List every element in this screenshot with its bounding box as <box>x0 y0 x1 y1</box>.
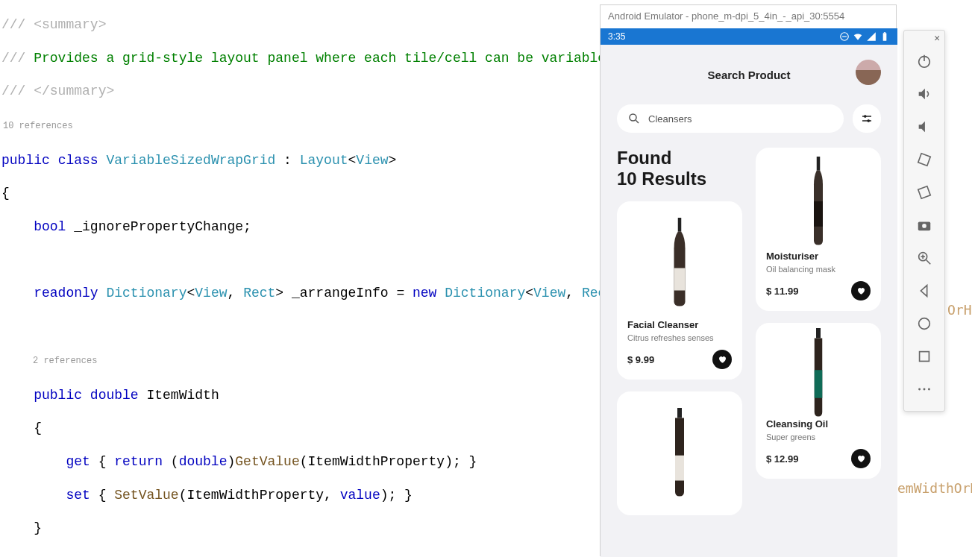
svg-rect-13 <box>675 456 684 481</box>
page-title: Search Product <box>708 69 791 81</box>
svg-rect-16 <box>816 328 821 339</box>
svg-point-31 <box>924 388 926 391</box>
overview-icon[interactable] <box>916 348 932 365</box>
svg-rect-29 <box>920 352 929 362</box>
product-price: $ 9.99 <box>627 354 654 365</box>
signal-icon <box>866 31 877 42</box>
heart-icon <box>856 286 865 295</box>
heart-icon <box>856 454 865 463</box>
camera-icon[interactable] <box>916 217 932 233</box>
search-input[interactable]: Cleansers <box>617 104 844 133</box>
zoom-icon[interactable] <box>916 250 932 266</box>
back-icon[interactable] <box>916 283 932 299</box>
wifi-icon <box>853 31 863 42</box>
volume-down-icon[interactable] <box>916 119 932 135</box>
svg-point-23 <box>921 223 926 228</box>
svg-rect-17 <box>815 370 823 398</box>
product-desc: Citrus refreshes senses <box>627 333 732 342</box>
emulator-title: Android Emulator - phone_m-dpi_5_4in_-_a… <box>601 5 896 28</box>
favorite-button[interactable] <box>712 350 732 369</box>
product-desc: Super greens <box>766 432 871 441</box>
product-card[interactable]: Facial Cleanser Citrus refreshes senses … <box>617 201 742 380</box>
volume-up-icon[interactable] <box>916 86 932 102</box>
emulator-toolbar: ✕ <box>903 30 945 412</box>
product-desc: Oil balancing mask <box>766 265 871 274</box>
product-card[interactable] <box>617 391 742 515</box>
background-code-fragment: OrHe <box>947 302 972 318</box>
product-price: $ 12.99 <box>766 453 798 465</box>
filter-button[interactable] <box>853 104 881 133</box>
xml-summary-open: <summary> <box>34 17 106 32</box>
search-value: Cleansers <box>648 113 692 125</box>
product-image <box>627 210 732 315</box>
filter-icon <box>860 112 874 125</box>
battery-icon <box>879 31 890 42</box>
rotate-right-icon[interactable] <box>916 184 932 201</box>
svg-rect-2 <box>883 33 887 41</box>
results-count: Found 10 Results <box>617 148 742 189</box>
product-card[interactable]: Cleansing Oil Super greens $ 12.99 <box>756 323 881 479</box>
doc-comment: Provides a grid-style layout panel where… <box>34 51 646 66</box>
xml-doc: /// <box>1 51 34 66</box>
power-icon[interactable] <box>916 53 932 69</box>
avatar[interactable] <box>856 60 881 85</box>
svg-point-8 <box>864 116 866 118</box>
svg-rect-10 <box>678 218 682 232</box>
product-image <box>766 157 871 246</box>
svg-rect-20 <box>918 154 930 166</box>
status-time: 3:35 <box>608 31 625 42</box>
svg-rect-21 <box>918 186 930 198</box>
search-icon <box>627 112 641 125</box>
xml-doc: /// <box>1 17 34 32</box>
home-icon[interactable] <box>916 315 932 332</box>
svg-rect-12 <box>677 408 682 418</box>
product-image <box>627 400 732 505</box>
product-name: Moisturiser <box>766 251 871 262</box>
dnd-icon <box>839 31 850 42</box>
rotate-left-icon[interactable] <box>916 151 932 168</box>
product-image <box>766 332 871 414</box>
favorite-button[interactable] <box>851 281 871 301</box>
product-name: Facial Cleanser <box>627 319 732 330</box>
favorite-button[interactable] <box>851 449 871 468</box>
svg-line-25 <box>926 260 931 265</box>
close-button[interactable]: ✕ <box>934 32 940 44</box>
svg-point-28 <box>919 318 930 330</box>
svg-rect-15 <box>814 201 823 227</box>
svg-point-32 <box>928 388 930 391</box>
product-price: $ 11.99 <box>766 286 798 297</box>
android-statusbar: 3:35 <box>601 28 897 45</box>
svg-point-9 <box>868 120 870 122</box>
more-icon[interactable] <box>916 381 932 397</box>
product-card[interactable]: Moisturiser Oil balancing mask $ 11.99 <box>756 148 881 311</box>
svg-point-4 <box>630 114 636 121</box>
device-screen[interactable]: 3:35 Search Product Cleansers <box>601 28 897 557</box>
svg-line-5 <box>636 120 639 123</box>
svg-rect-3 <box>884 32 885 33</box>
svg-rect-11 <box>674 268 686 291</box>
heart-icon <box>718 355 727 364</box>
emulator-window: Android Emulator - phone_m-dpi_5_4in_-_a… <box>600 4 897 556</box>
svg-point-30 <box>918 388 921 391</box>
xml-doc: /// <box>1 84 34 98</box>
svg-rect-14 <box>817 157 821 171</box>
xml-summary-close: </summary> <box>34 84 114 98</box>
background-code-fragment: emWidthOrHe <box>897 480 972 496</box>
product-name: Cleansing Oil <box>766 418 871 430</box>
